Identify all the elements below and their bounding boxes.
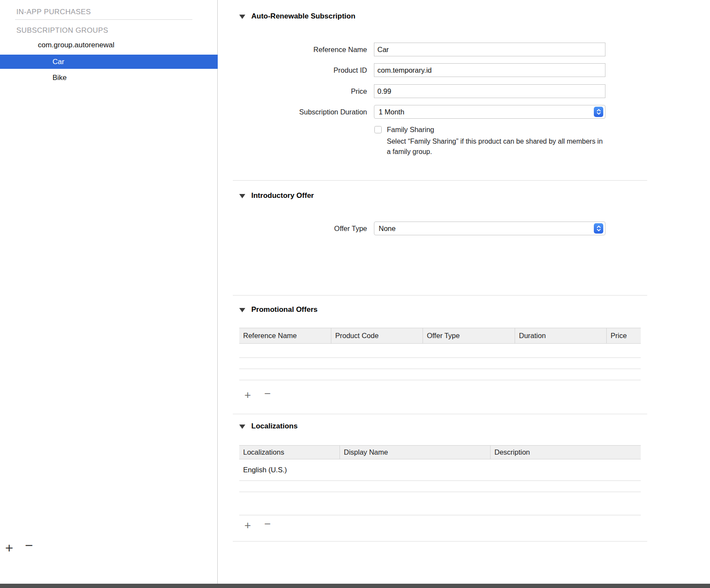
section-divider	[233, 180, 647, 181]
localizations-table-header: Localizations Display Name Description	[239, 445, 641, 459]
product-id-label: Product ID	[215, 63, 367, 77]
section-header-introductory-offer: Introductory Offer	[239, 191, 314, 200]
disclosure-triangle-icon[interactable]	[239, 194, 245, 198]
table-row-empty	[239, 481, 641, 492]
column-header[interactable]: Description	[491, 446, 641, 459]
section-title: Localizations	[251, 422, 298, 431]
sidebar-item-label: Bike	[52, 74, 67, 82]
table-row-empty	[239, 492, 641, 515]
section-title: Auto-Renewable Subscription	[251, 12, 355, 21]
column-header[interactable]: Product Code	[331, 328, 423, 343]
offer-type-value: None	[379, 222, 395, 235]
column-header[interactable]: Price	[607, 328, 641, 343]
promotional-offers-remove-button[interactable]: −	[264, 388, 271, 399]
stepper-icon	[594, 107, 603, 117]
window-bottom-bar	[0, 584, 710, 588]
localizations-add-button[interactable]: +	[244, 520, 251, 531]
column-header[interactable]: Offer Type	[423, 328, 515, 343]
section-title: Promotional Offers	[251, 305, 318, 314]
section-title: Introductory Offer	[251, 191, 314, 200]
price-input[interactable]	[374, 84, 605, 98]
sidebar-item-car[interactable]: Car	[0, 55, 218, 69]
subscription-groups-header: SUBSCRIPTION GROUPS	[16, 26, 108, 35]
localizations-table: Localizations Display Name Description E…	[239, 445, 641, 515]
promotional-offers-table-header: Reference Name Product Code Offer Type D…	[239, 328, 641, 344]
disclosure-triangle-icon[interactable]	[239, 15, 245, 19]
section-header-auto-renewable: Auto-Renewable Subscription	[239, 12, 355, 21]
family-sharing-help-text: Select “Family Sharing” if this product …	[387, 136, 604, 157]
column-header[interactable]: Duration	[515, 328, 607, 343]
sidebar-item-label: Car	[52, 58, 64, 66]
column-header[interactable]: Reference Name	[239, 328, 331, 343]
subscription-duration-select[interactable]: 1 Month	[374, 105, 605, 119]
subscription-duration-value: 1 Month	[379, 105, 404, 118]
promotional-offers-table: Reference Name Product Code Offer Type D…	[239, 328, 641, 380]
family-sharing-checkbox[interactable]	[374, 126, 382, 133]
localizations-remove-button[interactable]: −	[264, 518, 271, 530]
table-row-empty	[239, 358, 641, 369]
disclosure-triangle-icon[interactable]	[239, 425, 245, 429]
promotional-offers-add-button[interactable]: +	[244, 389, 251, 400]
sidebar-remove-button[interactable]: −	[25, 539, 33, 552]
table-row-english-us[interactable]: English (U.S.)	[239, 459, 641, 481]
offer-type-select[interactable]: None	[374, 222, 605, 235]
sidebar-item-subscription-group[interactable]: com.group.autorenewal	[38, 41, 114, 49]
section-divider	[233, 414, 647, 414]
section-divider	[233, 295, 647, 296]
localization-cell: English (U.S.)	[239, 466, 340, 474]
table-row-empty	[239, 369, 641, 380]
in-app-purchases-header: IN-APP PURCHASES	[16, 8, 91, 16]
column-header[interactable]: Localizations	[239, 446, 340, 459]
offer-type-label: Offer Type	[215, 222, 367, 235]
reference-name-input[interactable]	[374, 43, 605, 56]
disclosure-triangle-icon[interactable]	[239, 308, 245, 312]
sidebar-divider	[15, 19, 192, 20]
section-divider	[233, 541, 647, 542]
sidebar-add-button[interactable]: +	[5, 541, 13, 555]
reference-name-label: Reference Name	[215, 43, 367, 56]
subscription-duration-label: Subscription Duration	[215, 105, 367, 119]
column-header[interactable]: Display Name	[340, 446, 491, 459]
stepper-icon	[594, 223, 603, 234]
family-sharing-label: Family Sharing	[387, 125, 434, 134]
sidebar: IN-APP PURCHASES SUBSCRIPTION GROUPS com…	[0, 0, 218, 588]
section-header-localizations: Localizations	[239, 422, 298, 431]
section-header-promotional-offers: Promotional Offers	[239, 305, 318, 314]
price-label: Price	[215, 84, 367, 98]
sidebar-item-bike[interactable]: Bike	[0, 71, 218, 85]
table-row-empty	[239, 344, 641, 358]
product-id-input[interactable]	[374, 63, 605, 77]
